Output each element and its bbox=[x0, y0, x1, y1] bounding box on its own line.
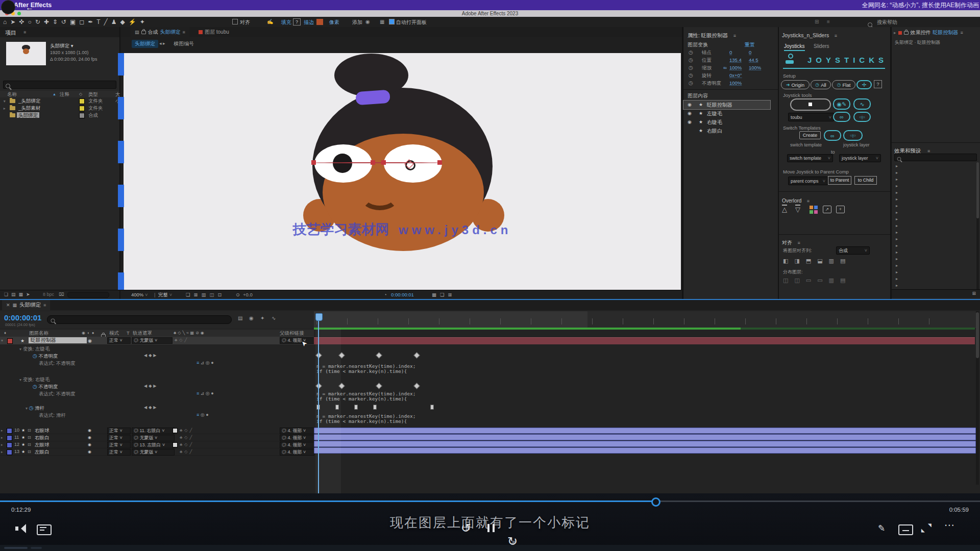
shrink-screen-icon[interactable] bbox=[922, 523, 932, 533]
rewind-10-button[interactable]: ↺10 bbox=[461, 522, 474, 535]
stroke-swatch[interactable] bbox=[316, 18, 324, 26]
pause-button[interactable] bbox=[486, 524, 496, 534]
fx-presets-menu-icon[interactable]: ≡ bbox=[927, 148, 930, 154]
project-panel-menu-icon[interactable]: ≡ bbox=[23, 30, 26, 35]
fill-swatch[interactable]: ? bbox=[293, 18, 301, 26]
timeline-timecode[interactable]: 0:00:00:01 bbox=[4, 313, 41, 322]
effect-controls-tab[interactable]: 效果控件 bbox=[911, 29, 931, 36]
col-name[interactable]: 名称 bbox=[7, 91, 17, 97]
to-parent-button[interactable]: to Parent bbox=[828, 176, 851, 185]
lock-icon[interactable] bbox=[141, 31, 146, 34]
snap-checkbox[interactable] bbox=[232, 19, 238, 24]
view-layout-icons[interactable]: ▦❏⊞ bbox=[432, 292, 455, 297]
fx-category-row[interactable]: ▸ bbox=[892, 222, 976, 229]
all-button[interactable]: ◷All bbox=[811, 80, 831, 89]
col-mode[interactable]: 模式 bbox=[109, 330, 119, 337]
eye-icon[interactable]: ◉ bbox=[688, 109, 692, 118]
player-progress-knob[interactable] bbox=[651, 497, 660, 507]
fx-category-row[interactable]: ▸ bbox=[892, 229, 976, 235]
parent-select[interactable]: ◎ 4. 颈部 ˅ bbox=[280, 435, 314, 441]
timeline-tab[interactable]: ✕ ▦ 头部绑定 ≡ bbox=[2, 300, 50, 310]
search-help-input[interactable]: 搜索帮助 bbox=[877, 19, 897, 26]
col-parent[interactable]: 父级和链接 bbox=[280, 330, 304, 337]
comp-tab-name[interactable]: 头部绑定 bbox=[160, 29, 181, 36]
expr-icons-2[interactable]: ≡ ⊿ ◎ ● bbox=[197, 391, 214, 396]
new-preset-icon[interactable]: ⊞ bbox=[972, 291, 976, 296]
layer-bar-12[interactable] bbox=[314, 441, 976, 447]
layer-switches[interactable]: ♣◇╱ bbox=[175, 338, 189, 342]
hold-keyframe[interactable] bbox=[373, 405, 377, 410]
layer-content-row[interactable]: ◉ ★ 眨眼控制器 bbox=[683, 101, 770, 109]
breadcrumb-current[interactable]: 头部绑定 bbox=[132, 40, 158, 48]
fx-category-row[interactable]: ▸ bbox=[892, 189, 976, 195]
zoom-window-button[interactable] bbox=[17, 12, 21, 15]
danmaku-icon[interactable] bbox=[37, 524, 52, 535]
label-chip[interactable] bbox=[7, 338, 13, 344]
template-unlink-button[interactable]: ○|○ bbox=[843, 130, 863, 141]
rig-handle-2[interactable] bbox=[371, 160, 375, 165]
mode-select[interactable]: 正常 ˅ bbox=[107, 337, 131, 344]
help-button[interactable]: ? bbox=[874, 80, 882, 88]
eye-icon[interactable]: ◉ bbox=[88, 434, 91, 441]
matte-select[interactable]: ◎ 无蒙版 ˅ bbox=[132, 449, 175, 456]
tool-button[interactable]: ◻ bbox=[79, 18, 84, 26]
panel-menu-icon[interactable]: ≡ bbox=[183, 30, 185, 35]
expr-row-1[interactable]: 表达式: 不透明度 bbox=[39, 360, 76, 367]
fx-lock-icon[interactable] bbox=[904, 31, 909, 35]
comp-info-name[interactable]: 头部绑定 ▾ bbox=[50, 43, 73, 49]
tool-button[interactable]: ⚡ bbox=[129, 18, 136, 26]
tab-caret-icon[interactable]: ▸ bbox=[894, 30, 896, 35]
eye-icon[interactable]: ◉ bbox=[88, 441, 91, 448]
overlord-export-icon[interactable]: ↗ bbox=[823, 206, 831, 213]
layer-switches[interactable]: ♣◇╱ bbox=[180, 448, 194, 455]
layer-bar-13[interactable] bbox=[314, 447, 976, 454]
add-menu-icon[interactable]: ◉ bbox=[365, 19, 370, 24]
expr-icons-1[interactable]: ≡ ⊿ ◎ ● bbox=[197, 360, 214, 365]
layer-content-row[interactable]: ◉ ★ 左睫毛 bbox=[683, 109, 778, 118]
comp-thumbnail[interactable] bbox=[6, 42, 46, 65]
expand-icon[interactable]: ▸ bbox=[1, 441, 3, 448]
matte-select[interactable]: ◎ 无蒙版 ˅ bbox=[132, 337, 173, 344]
tool-button[interactable]: ◆ bbox=[120, 18, 125, 26]
group2-header[interactable]: ▾ 变换: 右睫毛 bbox=[19, 377, 50, 383]
joysticks-menu-icon[interactable]: ≡ bbox=[835, 33, 837, 38]
fx-category-row[interactable]: ▸ bbox=[892, 182, 976, 189]
overlord-add-icon[interactable]: + bbox=[836, 206, 845, 213]
parent-select[interactable]: ◎ 4. 颈部 ˅ bbox=[280, 337, 314, 344]
overlord-menu-icon[interactable]: ≡ bbox=[807, 198, 810, 204]
layer-tab-label[interactable]: 图层 toubu bbox=[205, 29, 229, 36]
fx-category-row[interactable]: ▸ bbox=[892, 202, 976, 209]
tool-button[interactable]: ↺ bbox=[61, 18, 66, 26]
label-chip[interactable] bbox=[7, 449, 12, 455]
layer-row[interactable]: ▸ 13 ★ ⊡ 左眼白 ◉ 正常 ˅ ◎ 无蒙版 ˅ ♣◇╱ ◎ 4. 颈部 … bbox=[0, 448, 314, 456]
prop-opacity-1[interactable]: ◷ 不透明度 bbox=[33, 353, 58, 360]
eye-icon[interactable]: ◉ bbox=[88, 427, 91, 434]
layer-content-row[interactable]: ◉ ★ 右睫毛 bbox=[683, 118, 778, 127]
expr-icons-3[interactable]: ≡ ◎ ● bbox=[197, 412, 209, 417]
align-menu-icon[interactable]: ≡ bbox=[797, 240, 800, 245]
expr-row-3[interactable]: 表达式: 滑杆 bbox=[39, 412, 66, 419]
col-comment[interactable]: 注释 bbox=[60, 91, 69, 97]
properties-menu-icon[interactable]: ≡ bbox=[733, 33, 736, 38]
expr-row-2[interactable]: 表达式: 不透明度 bbox=[39, 391, 76, 397]
fx-category-row[interactable]: ▸ bbox=[892, 282, 976, 288]
mode-select[interactable]: 正常 ˅ bbox=[107, 428, 131, 434]
eye-icon[interactable]: ◉ bbox=[688, 101, 692, 109]
flat-button[interactable]: ◷Flat bbox=[832, 80, 855, 89]
prop-opacity-2[interactable]: ◷ 不透明度 bbox=[33, 384, 58, 390]
fx-presets-search-input[interactable] bbox=[894, 154, 977, 161]
time-ruler[interactable] bbox=[314, 311, 976, 329]
zoom-select[interactable]: 400% ˅ bbox=[131, 292, 148, 297]
unlink-button[interactable]: ○|○ bbox=[853, 112, 871, 122]
view-options-icons[interactable]: ❏⊞▥◫⊡ bbox=[186, 292, 225, 297]
matte-box-icon[interactable] bbox=[173, 442, 178, 447]
close-tab-icon[interactable]: ✕ bbox=[6, 303, 10, 308]
tool-button[interactable]: ▣ bbox=[70, 18, 76, 26]
expand-icon[interactable]: ▸ bbox=[1, 448, 3, 455]
template-link-button[interactable]: ∞ bbox=[824, 130, 841, 141]
more-options-icon[interactable]: ⋯ bbox=[944, 519, 954, 531]
align-to-dropdown[interactable]: 合成˅ bbox=[836, 246, 870, 255]
volume-icon[interactable] bbox=[15, 524, 27, 533]
expand-icon[interactable]: ▸ bbox=[1, 434, 3, 441]
timeline-search-input[interactable] bbox=[47, 315, 232, 324]
